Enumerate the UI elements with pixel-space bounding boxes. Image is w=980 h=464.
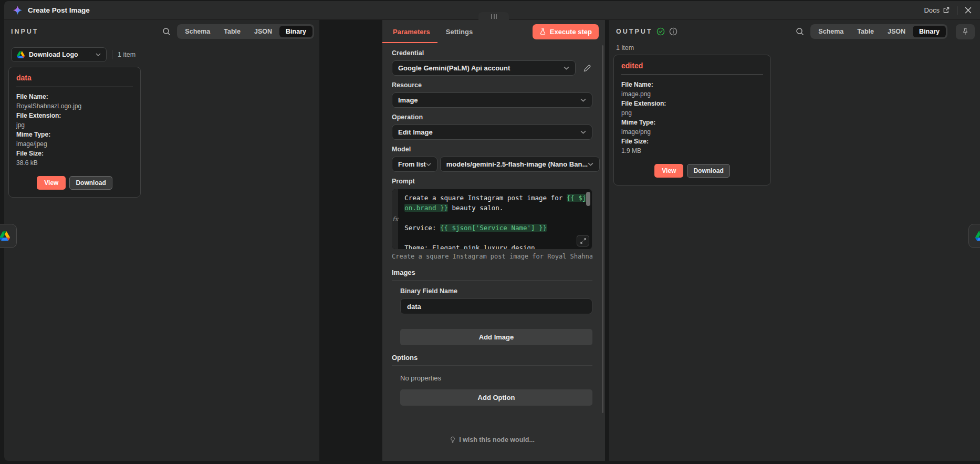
card-divider (16, 87, 133, 87)
tab-schema[interactable]: Schema (812, 26, 850, 37)
input-panel: INPUT Schema Table JSON Binary (4, 20, 319, 461)
node-feedback-button[interactable]: I wish this node would... (392, 436, 592, 444)
tab-binary[interactable]: Binary (279, 26, 312, 37)
chevron-down-icon (588, 162, 593, 166)
field-value: 38.6 kB (16, 158, 133, 168)
field-value: RoyalShahnazLogo.jpg (16, 101, 133, 111)
download-button[interactable]: Download (69, 176, 112, 190)
prompt-code[interactable]: Create a square Instagram post image for… (398, 189, 592, 249)
binary-field-name-label: Binary Field Name (400, 287, 592, 295)
input-items-count: 1 item (118, 51, 135, 58)
view-button[interactable]: View (37, 176, 66, 190)
field-label: File Size: (16, 149, 133, 158)
execute-step-label: Execute step (550, 28, 592, 36)
operation-label: Operation (392, 114, 592, 121)
run-divider (112, 50, 112, 59)
binary-field-name-input[interactable] (400, 298, 592, 314)
tab-table[interactable]: Table (851, 26, 880, 37)
prompt-preview: Create a square Instagram post image for… (392, 253, 592, 260)
parameters-panel: Parameters Settings Execute step Credent… (382, 20, 605, 461)
prompt-expression: on.brand }} (404, 204, 448, 212)
download-button[interactable]: Download (687, 164, 729, 178)
editor-scrollbar[interactable] (586, 192, 590, 206)
input-source-select[interactable]: Download Logo (11, 47, 107, 62)
expand-icon (580, 238, 586, 244)
google-drive-icon (0, 231, 10, 241)
add-image-button[interactable]: Add Image (400, 329, 592, 345)
header-divider (957, 6, 957, 15)
credential-label: Credential (392, 49, 592, 57)
tab-schema[interactable]: Schema (179, 26, 216, 37)
resource-label: Resource (392, 81, 592, 89)
input-panel-title: INPUT (11, 28, 39, 35)
input-node-stub[interactable] (0, 224, 17, 248)
pin-data-button[interactable] (956, 24, 975, 39)
editor-expand-button[interactable] (577, 235, 589, 246)
chevron-down-icon (580, 98, 586, 102)
prompt-text: Service: (404, 224, 440, 232)
prompt-text: Create a square Instagram post image for (404, 194, 567, 202)
images-section-header: Images (392, 269, 592, 281)
docs-label: Docs (924, 6, 940, 14)
fx-icon: fx (392, 215, 398, 223)
field-label: File Name: (16, 92, 133, 101)
tab-table[interactable]: Table (217, 26, 247, 37)
operation-value: Edit Image (398, 128, 580, 136)
input-binary-card: data File Name: RoyalShahnazLogo.jpg Fil… (8, 67, 141, 198)
model-label: Model (392, 146, 592, 153)
chevron-down-icon (426, 163, 431, 166)
grip-icon (491, 14, 497, 19)
input-search-button[interactable] (161, 26, 172, 37)
operation-select[interactable]: Edit Image (392, 125, 592, 140)
panel-drag-handle[interactable] (478, 12, 509, 20)
field-label: File Extension: (621, 99, 763, 108)
tab-binary[interactable]: Binary (913, 26, 946, 37)
prompt-expression-editor[interactable]: fx Create a square Instagram post image … (392, 189, 592, 250)
binary-fields: File Name: RoyalShahnazLogo.jpg File Ext… (16, 92, 133, 168)
tab-parameters[interactable]: Parameters (382, 20, 437, 43)
field-label: File Size: (621, 137, 763, 146)
field-label: Mime Type: (16, 130, 133, 139)
gemini-node-icon (13, 5, 23, 15)
model-mode-select[interactable]: From list (392, 157, 437, 172)
card-divider (621, 75, 763, 75)
chevron-down-icon (96, 53, 101, 56)
options-section-header: Options (392, 354, 592, 366)
prompt-expression: {{ $json['Service Name'] }} (440, 224, 547, 232)
expression-gutter: fx (392, 189, 398, 249)
binary-key: data (16, 74, 133, 82)
field-value: 1.9 MB (621, 146, 763, 156)
docs-link[interactable]: Docs (924, 6, 950, 14)
tab-json[interactable]: JSON (248, 26, 278, 37)
tab-settings[interactable]: Settings (437, 20, 481, 43)
field-label: File Extension: (16, 111, 133, 120)
google-drive-icon (975, 231, 980, 241)
view-button[interactable]: View (654, 164, 683, 178)
output-binary-card: edited File Name: image.png File Extensi… (613, 55, 771, 185)
parameters-scrollbar[interactable] (602, 45, 603, 413)
close-icon (965, 7, 972, 14)
input-source-label: Download Logo (29, 51, 91, 58)
credential-edit-button[interactable] (582, 63, 592, 74)
execute-step-button[interactable]: Execute step (533, 24, 599, 39)
no-properties-text: No properties (400, 374, 592, 382)
node-detail-view: Create Post Image Docs (0, 0, 980, 464)
google-drive-icon (17, 51, 25, 58)
resource-select[interactable]: Image (392, 92, 592, 108)
output-search-button[interactable] (795, 26, 805, 37)
field-label: Mime Type: (621, 118, 763, 127)
search-icon (796, 27, 804, 36)
model-select[interactable]: models/gemini-2.5-flash-image (Nano Ban.… (440, 157, 600, 172)
add-option-button[interactable]: Add Option (400, 389, 592, 406)
input-display-mode-tabs: Schema Table JSON Binary (177, 24, 314, 39)
field-label: File Name: (621, 80, 763, 89)
credential-select[interactable]: Google Gemini(PaLM) Api account (392, 60, 576, 76)
close-button[interactable] (965, 7, 972, 14)
panel-gap (319, 20, 382, 461)
output-node-stub[interactable] (968, 224, 980, 248)
flask-icon (539, 28, 546, 35)
resource-value: Image (398, 96, 580, 104)
info-icon[interactable] (669, 27, 677, 36)
panel-gap (605, 20, 609, 461)
tab-json[interactable]: JSON (881, 26, 912, 37)
